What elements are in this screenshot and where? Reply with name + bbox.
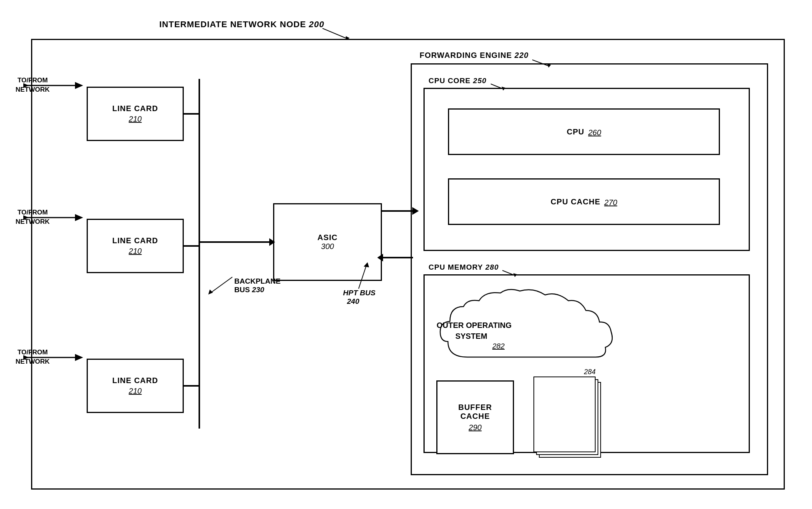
buffer-cache-label: BUFFERCACHE bbox=[458, 403, 492, 421]
line-card-2-num: 210 bbox=[129, 247, 141, 256]
svg-line-23 bbox=[359, 265, 366, 289]
line-card-2: LINE CARD 210 bbox=[87, 219, 184, 273]
svg-text:SYSTEM: SYSTEM bbox=[455, 332, 487, 340]
cpu-cache-box: CPU CACHE 270 bbox=[448, 178, 720, 225]
cpu-num: 260 bbox=[588, 128, 601, 137]
line-card-1: LINE CARD 210 bbox=[87, 87, 184, 141]
cpu-box: CPU 260 bbox=[448, 108, 720, 155]
line-card-3-num: 210 bbox=[129, 387, 141, 396]
line-card-1-label: LINE CARD bbox=[112, 104, 158, 113]
backplane-bus-text: BACKPLANEBUS 230 bbox=[234, 277, 281, 294]
svg-marker-22 bbox=[208, 289, 213, 295]
forwarding-engine-num: 220 bbox=[514, 51, 528, 59]
network-arrow-3 bbox=[23, 346, 85, 369]
svg-text:ROUTER OPERATING: ROUTER OPERATING bbox=[436, 321, 512, 329]
router-os-cloud: ROUTER OPERATING SYSTEM 282 bbox=[436, 287, 631, 373]
network-arrow-1 bbox=[23, 74, 85, 97]
cloud-svg: ROUTER OPERATING SYSTEM 282 bbox=[436, 287, 631, 373]
cpu-core-arrow bbox=[491, 83, 510, 92]
svg-line-21 bbox=[211, 277, 232, 293]
line-card-3-label: LINE CARD bbox=[112, 376, 158, 385]
cpu-memory-num: 280 bbox=[485, 263, 499, 271]
cpu-cache-num: 270 bbox=[604, 198, 617, 207]
asic-label: ASIC bbox=[317, 233, 338, 242]
forwarding-engine-arrow bbox=[532, 58, 556, 70]
cpu-core-num: 250 bbox=[473, 77, 487, 85]
cpu-memory-box: CPU MEMORY 280 ROUTER OPERATING SYSTEM 2… bbox=[423, 274, 750, 453]
hpt-arrow-svg bbox=[343, 258, 374, 293]
outer-box: FORWARDING ENGINE 220 CPU CORE 250 bbox=[31, 39, 785, 490]
line-card-1-num: 210 bbox=[129, 115, 141, 124]
cpu-cache-label: CPU CACHE bbox=[551, 197, 600, 206]
hpt-bus-label: HPT BUS240 bbox=[343, 289, 375, 306]
svg-line-0 bbox=[322, 28, 346, 38]
cpu-core-box: CPU CORE 250 CPU 260 CPU CACHE 270 bbox=[423, 88, 750, 251]
svg-line-6 bbox=[502, 270, 514, 275]
svg-line-4 bbox=[491, 84, 502, 89]
line-card-3: LINE CARD 210 bbox=[87, 359, 184, 413]
cpu-memory-label: CPU MEMORY 280 bbox=[429, 263, 499, 272]
diagram: INTERMEDIATE NETWORK NODE 200 FORWARDING… bbox=[23, 16, 793, 493]
outer-label: INTERMEDIATE NETWORK NODE 200 bbox=[159, 19, 324, 30]
pages-num-label: 284 bbox=[584, 368, 596, 376]
buffer-cache-content: BUFFERCACHE 290 bbox=[458, 403, 492, 432]
svg-line-2 bbox=[532, 60, 548, 66]
buffer-cache-num: 290 bbox=[458, 423, 492, 432]
network-arrow-2 bbox=[23, 206, 85, 229]
page-front bbox=[533, 377, 596, 452]
cpu-memory-arrow bbox=[502, 269, 522, 279]
buffer-cache-box: BUFFERCACHE 290 bbox=[436, 380, 514, 454]
svg-text:282: 282 bbox=[492, 342, 505, 350]
forwarding-engine-label: FORWARDING ENGINE 220 bbox=[420, 51, 529, 60]
asic-num: 300 bbox=[321, 242, 334, 251]
forwarding-engine-box: FORWARDING ENGINE 220 CPU CORE 250 bbox=[411, 63, 768, 475]
outer-label-num: 200 bbox=[309, 19, 324, 29]
svg-marker-24 bbox=[364, 262, 369, 267]
backplane-bus-label: BACKPLANEBUS 230 bbox=[201, 273, 279, 306]
cpu-core-label: CPU CORE 250 bbox=[429, 77, 486, 85]
line-card-2-label: LINE CARD bbox=[112, 236, 158, 245]
cpu-label: CPU bbox=[567, 127, 584, 136]
